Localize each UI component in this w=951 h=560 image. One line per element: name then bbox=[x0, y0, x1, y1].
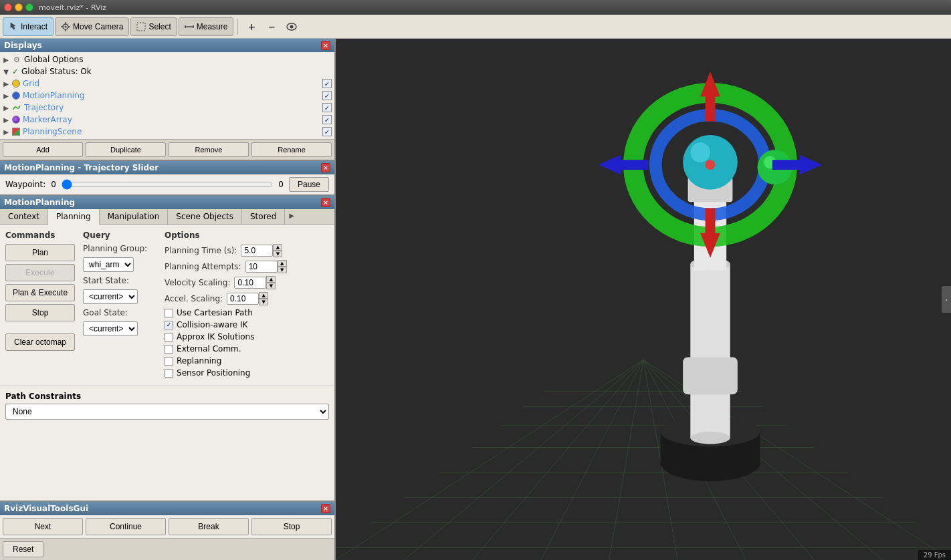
move-camera-button[interactable]: Move Camera bbox=[55, 17, 129, 36]
displays-header: Displays × bbox=[0, 39, 334, 52]
external-comm-label: External Comm. bbox=[177, 344, 241, 354]
sensor-positioning-checkbox[interactable] bbox=[165, 369, 173, 378]
rename-button[interactable]: Rename bbox=[251, 142, 332, 157]
use-cartesian-label: Use Cartesian Path bbox=[177, 308, 253, 317]
eye-icon bbox=[286, 23, 297, 31]
planning-time-down[interactable]: ▼ bbox=[273, 251, 282, 257]
window-controls[interactable] bbox=[4, 3, 33, 11]
planning-attempts-up[interactable]: ▲ bbox=[278, 260, 287, 267]
displays-close-btn[interactable]: × bbox=[321, 41, 330, 50]
rviz-stop-button[interactable]: Stop bbox=[251, 518, 332, 535]
tab-planning[interactable]: Planning bbox=[48, 209, 100, 225]
planning-group-select[interactable]: whi_arm bbox=[83, 257, 134, 272]
rviz-tools-title: RvizVisualToolsGui bbox=[4, 504, 88, 513]
accel-scaling-spinbox: ▲ ▼ bbox=[227, 292, 268, 305]
start-state-select[interactable]: <current> bbox=[83, 289, 138, 304]
tab-stored[interactable]: Stored bbox=[242, 209, 285, 225]
tree-item-grid[interactable]: ▶ Grid ✓ bbox=[0, 78, 334, 90]
plus-button[interactable]: + bbox=[242, 17, 261, 36]
pause-button[interactable]: Pause bbox=[289, 177, 329, 192]
planning-time-up[interactable]: ▲ bbox=[273, 244, 282, 251]
use-cartesian-checkbox[interactable] bbox=[165, 309, 173, 317]
titlebar: moveit.rviz* - RViz bbox=[0, 0, 951, 15]
tree-item-planning-scene[interactable]: ▶ PlanningScene ✓ bbox=[0, 126, 334, 138]
right-collapse-handle[interactable]: › bbox=[942, 286, 951, 313]
motion-planning-panel: MotionPlanning × Context Planning Manipu… bbox=[0, 196, 334, 501]
tree-item-trajectory[interactable]: ▶ Trajectory ✓ bbox=[0, 102, 334, 114]
select-icon bbox=[136, 22, 146, 31]
reset-button[interactable]: Reset bbox=[3, 541, 43, 557]
trajectory-checkbox[interactable]: ✓ bbox=[322, 103, 332, 112]
minimize-button[interactable] bbox=[15, 3, 23, 11]
motion-close-btn[interactable]: × bbox=[321, 198, 330, 207]
continue-button[interactable]: Continue bbox=[86, 518, 166, 535]
duplicate-button[interactable]: Duplicate bbox=[86, 142, 166, 157]
start-state-label: Start State: bbox=[83, 276, 129, 285]
maximize-button[interactable] bbox=[25, 3, 33, 11]
tree-item-global-options[interactable]: ▶ Global Options bbox=[0, 53, 334, 65]
tabs-more-btn[interactable]: ▶ bbox=[285, 209, 298, 225]
planning-time-input[interactable] bbox=[241, 245, 273, 257]
tree-item-global-status[interactable]: ▼ ✓ Global Status: Ok bbox=[0, 65, 334, 78]
remove-button[interactable]: Remove bbox=[169, 142, 249, 157]
accel-scaling-input[interactable] bbox=[227, 293, 259, 305]
tab-scene-objects[interactable]: Scene Objects bbox=[168, 209, 242, 225]
marker-array-checkbox[interactable]: ✓ bbox=[322, 115, 332, 124]
collision-aware-label: Collision-aware IK bbox=[177, 320, 247, 329]
waypoint-label: Waypoint: bbox=[5, 180, 45, 189]
query-title: Query bbox=[83, 231, 156, 240]
motion-planning-checkbox[interactable]: ✓ bbox=[322, 91, 332, 100]
collision-aware-checkbox[interactable]: ✓ bbox=[165, 321, 173, 329]
velocity-scaling-spinbox: ▲ ▼ bbox=[234, 276, 276, 289]
break-button[interactable]: Break bbox=[169, 518, 249, 535]
planning-attempts-input[interactable] bbox=[245, 261, 278, 273]
goal-state-select[interactable]: <current> bbox=[83, 321, 138, 336]
execute-button[interactable]: Execute bbox=[5, 264, 75, 281]
trajectory-slider[interactable] bbox=[62, 179, 273, 190]
tree-item-marker-array[interactable]: ▶ MarkerArray ✓ bbox=[0, 114, 334, 126]
accel-scaling-up[interactable]: ▲ bbox=[259, 292, 268, 299]
tab-manipulation[interactable]: Manipulation bbox=[100, 209, 169, 225]
approx-ik-checkbox[interactable] bbox=[165, 333, 173, 341]
planning-scene-checkbox[interactable]: ✓ bbox=[322, 127, 332, 136]
clear-octomap-button[interactable]: Clear octomap bbox=[5, 333, 75, 351]
replanning-checkbox[interactable] bbox=[165, 357, 173, 366]
velocity-scaling-down[interactable]: ▼ bbox=[266, 283, 276, 289]
viewport[interactable]: › 29 Fps bbox=[336, 39, 951, 560]
velocity-scaling-label: Velocity Scaling: bbox=[165, 278, 230, 287]
tree-item-motion-planning[interactable]: ▶ MotionPlanning ✓ bbox=[0, 90, 334, 102]
close-button[interactable] bbox=[4, 3, 12, 11]
trajectory-close-btn[interactable]: × bbox=[321, 163, 330, 172]
minus-button[interactable]: − bbox=[262, 17, 281, 36]
approx-ik-label: Approx IK Solutions bbox=[177, 332, 254, 341]
external-comm-checkbox[interactable] bbox=[165, 345, 173, 354]
plan-button[interactable]: Plan bbox=[5, 244, 75, 261]
camera-icon bbox=[61, 22, 70, 31]
velocity-scaling-input[interactable] bbox=[234, 277, 266, 289]
next-button[interactable]: Next bbox=[3, 518, 83, 535]
select-button[interactable]: Select bbox=[130, 17, 177, 36]
trajectory-content: Waypoint: 0 0 Pause bbox=[0, 174, 334, 194]
measure-icon bbox=[185, 22, 194, 31]
replanning-label: Replanning bbox=[177, 356, 221, 366]
path-constraints-select[interactable]: None bbox=[5, 404, 329, 420]
planning-attempts-down[interactable]: ▼ bbox=[278, 267, 287, 273]
stop-button[interactable]: Stop bbox=[5, 304, 75, 321]
interact-button[interactable]: Interact bbox=[3, 17, 54, 36]
sensor-positioning-label: Sensor Positioning bbox=[177, 368, 250, 378]
plan-execute-button[interactable]: Plan & Execute bbox=[5, 284, 75, 301]
eye-button[interactable] bbox=[282, 17, 301, 36]
trajectory-header: MotionPlanning - Trajectory Slider × bbox=[0, 161, 334, 174]
measure-button[interactable]: Measure bbox=[179, 17, 234, 36]
add-button[interactable]: Add bbox=[3, 142, 83, 157]
fps-label: 29 Fps bbox=[924, 551, 946, 559]
grid-checkbox[interactable]: ✓ bbox=[322, 79, 332, 88]
waypoint-value-right: 0 bbox=[278, 180, 284, 189]
planning-group-row: Planning Group: bbox=[83, 244, 156, 253]
tab-context[interactable]: Context bbox=[0, 209, 48, 225]
path-constraints-title: Path Constraints bbox=[5, 392, 329, 401]
displays-tree: ▶ Global Options ▼ ✓ Global Status: Ok ▶ bbox=[0, 52, 334, 139]
velocity-scaling-up[interactable]: ▲ bbox=[266, 276, 276, 283]
rviz-tools-close-btn[interactable]: × bbox=[321, 504, 330, 513]
accel-scaling-down[interactable]: ▼ bbox=[259, 299, 268, 305]
